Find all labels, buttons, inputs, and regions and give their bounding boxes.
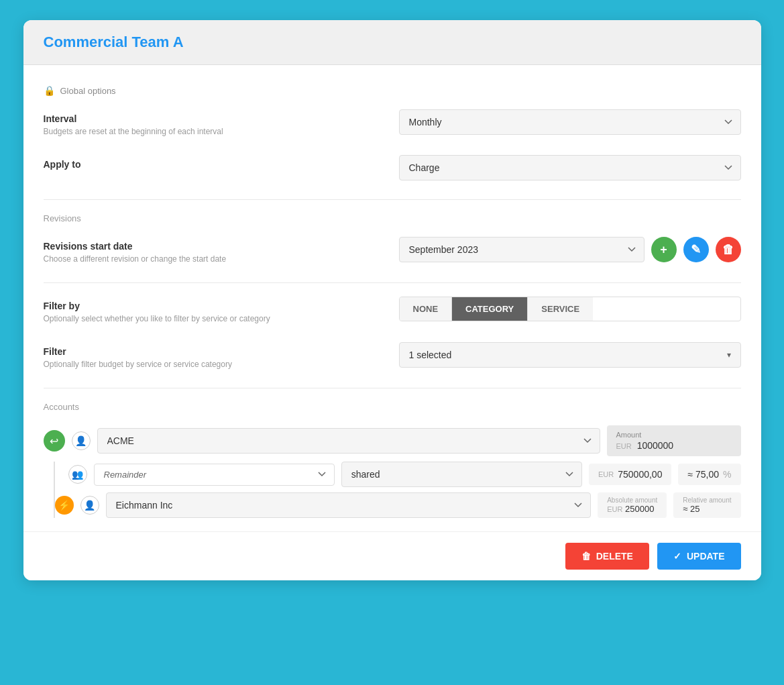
eichmann-abs-label: Absolute amount: [607, 496, 657, 504]
filter-by-label: Filter by: [44, 301, 386, 311]
remainder-percent-box: ≈ 75,00 %: [678, 464, 740, 485]
shared-select[interactable]: shared: [341, 462, 582, 487]
filter-by-desc: Optionally select whether you like to fi…: [44, 314, 386, 323]
checkmark-icon: ✓: [673, 551, 681, 562]
divider-revisions: [44, 199, 741, 200]
revisions-start-date-row: Revisions start date Choose a different …: [44, 237, 741, 264]
interval-label-group: Interval Budgets are reset at the beginn…: [44, 109, 386, 136]
delete-button[interactable]: 🗑 DELETE: [565, 543, 649, 570]
filter-by-label-group: Filter by Optionally select whether you …: [44, 297, 386, 323]
remainder-select[interactable]: Remainder: [94, 464, 335, 486]
accounts-section-label: Accounts: [44, 402, 741, 412]
eichmann-icon: ⚡: [55, 496, 74, 515]
sub-row-wrapper: 👥 Remainder shared EUR 750000,00 ≈ 75,00…: [44, 462, 741, 518]
revisions-label: Revisions start date: [44, 241, 386, 252]
acme-amount-currency: EUR: [616, 442, 632, 450]
delete-revision-button[interactable]: 🗑: [716, 237, 741, 262]
remainder-row: 👥 Remainder shared EUR 750000,00 ≈ 75,00…: [55, 462, 741, 487]
filter-selected-box[interactable]: 1 selected ▾: [399, 342, 741, 368]
revisions-section-label: Revisions: [44, 213, 741, 223]
filter-control: 1 selected ▾: [399, 342, 741, 368]
eichmann-rel-amount-box: Relative amount ≈ 25: [673, 492, 740, 518]
remainder-percent-symbol: %: [723, 469, 731, 480]
eichmann-abs-number: 250000: [625, 504, 654, 514]
interval-desc: Budgets are reset at the beginning of ea…: [44, 127, 386, 136]
acme-amount-value: EUR 1000000: [616, 440, 732, 451]
eichmann-row: ⚡ 👤 Eichmann Inc Absolute amount EUR 250…: [55, 492, 741, 518]
acme-account-select[interactable]: ACME: [97, 428, 600, 454]
add-revision-button[interactable]: +: [651, 237, 677, 262]
action-bar: 🗑 DELETE ✓ UPDATE: [23, 531, 761, 580]
remainder-currency: EUR: [598, 470, 614, 478]
update-button[interactable]: ✓ UPDATE: [657, 543, 741, 570]
revisions-desc: Choose a different revision or change th…: [44, 254, 386, 264]
remainder-amount-box: EUR 750000,00: [589, 464, 671, 485]
eichmann-select[interactable]: Eichmann Inc: [106, 492, 592, 518]
chevron-down-icon: ▾: [727, 350, 731, 360]
apply-to-label: Apply to: [44, 159, 386, 170]
edit-revision-button[interactable]: ✎: [683, 237, 709, 262]
revisions-label-group: Revisions start date Choose a different …: [44, 237, 386, 264]
delete-label: DELETE: [596, 551, 633, 562]
card-header: Commercial Team A: [23, 20, 761, 65]
filter-category-button[interactable]: CATEGORY: [452, 297, 528, 321]
eichmann-abs-currency: EUR: [607, 505, 622, 513]
card-body: 🔒 Global options Interval Budgets are re…: [23, 65, 761, 531]
filter-by-control: NONE CATEGORY SERVICE: [399, 297, 741, 321]
remainder-percent-value: ≈ 75,00: [687, 469, 719, 480]
eichmann-abs-value: EUR 250000: [607, 504, 657, 514]
filter-by-buttons: NONE CATEGORY SERVICE: [399, 297, 741, 321]
filter-row: Filter Optionally filter budget by servi…: [44, 342, 741, 369]
update-label: UPDATE: [687, 551, 725, 562]
divider-filter: [44, 282, 741, 283]
eichmann-person-icon: 👤: [80, 496, 99, 515]
interval-control: Monthly Weekly Yearly: [399, 109, 741, 135]
filter-by-row: Filter by Optionally select whether you …: [44, 297, 741, 323]
apply-to-label-group: Apply to: [44, 155, 386, 172]
interval-label: Interval: [44, 113, 386, 124]
filter-label-group: Filter Optionally filter budget by servi…: [44, 342, 386, 369]
acme-icon: ↩: [44, 430, 65, 452]
filter-none-button[interactable]: NONE: [400, 297, 453, 321]
acme-amount-box: Amount EUR 1000000: [607, 425, 741, 456]
eichmann-rel-value: ≈ 25: [683, 504, 731, 514]
interval-select[interactable]: Monthly Weekly Yearly: [399, 109, 741, 135]
sub-rows-container: 👥 Remainder shared EUR 750000,00 ≈ 75,00…: [55, 462, 741, 518]
filter-service-button[interactable]: SERVICE: [528, 297, 593, 321]
eichmann-abs-amount-box: Absolute amount EUR 250000: [598, 492, 667, 518]
revision-select[interactable]: September 2023: [399, 237, 645, 262]
remainder-person-icon: 👥: [68, 465, 87, 484]
global-options-label: Global options: [60, 86, 116, 96]
filter-selected-value: 1 selected: [409, 350, 452, 360]
remainder-amount-value: 750000,00: [618, 469, 662, 480]
filter-desc: Optionally filter budget by service or s…: [44, 360, 386, 369]
revision-controls: September 2023 + ✎ 🗑: [399, 237, 741, 262]
apply-to-row: Apply to Charge Invoice Payment: [44, 155, 741, 180]
apply-to-select[interactable]: Charge Invoice Payment: [399, 155, 741, 180]
lock-icon: 🔒: [44, 85, 55, 96]
acme-amount-label: Amount: [616, 431, 732, 439]
acme-person-icon: 👤: [72, 431, 91, 450]
delete-icon: 🗑: [581, 551, 591, 562]
eichmann-rel-label: Relative amount: [683, 496, 731, 504]
interval-row: Interval Budgets are reset at the beginn…: [44, 109, 741, 136]
filter-label: Filter: [44, 346, 386, 357]
apply-to-control: Charge Invoice Payment: [399, 155, 741, 180]
main-card: Commercial Team A 🔒 Global options Inter…: [23, 20, 761, 580]
acme-account-row: ↩ 👤 ACME Amount EUR 1000000: [44, 425, 741, 456]
divider-accounts: [44, 388, 741, 388]
acme-amount-number: 1000000: [637, 440, 674, 451]
global-options-section: 🔒 Global options: [44, 85, 741, 96]
page-title: Commercial Team A: [44, 34, 741, 51]
